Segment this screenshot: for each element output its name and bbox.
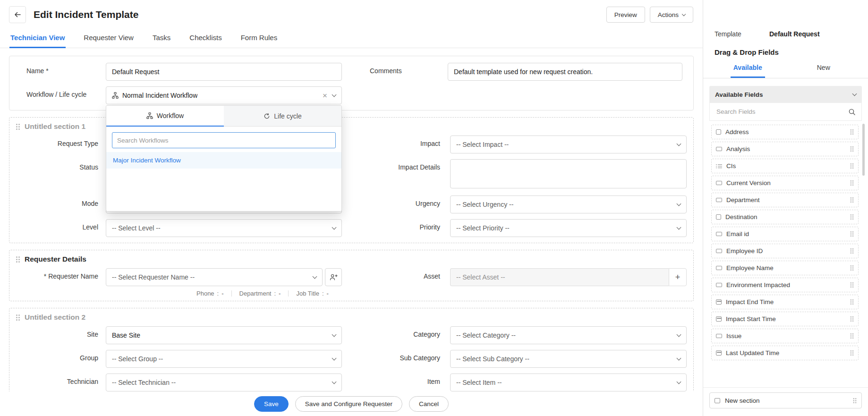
workflow-picker-panel: Workflow Life cycle Major Incident W bbox=[106, 105, 342, 212]
drag-handle-icon[interactable] bbox=[851, 180, 854, 186]
add-requester-button[interactable] bbox=[325, 268, 342, 286]
user-plus-icon bbox=[330, 273, 338, 281]
group-select[interactable]: -- Select Group -- bbox=[106, 350, 342, 368]
tab-checklists[interactable]: Checklists bbox=[188, 34, 222, 48]
actions-button[interactable]: Actions bbox=[650, 7, 693, 23]
drag-handle-icon[interactable] bbox=[851, 248, 854, 254]
technician-label: Technician bbox=[15, 374, 98, 391]
item-select[interactable]: -- Select Item -- bbox=[450, 374, 687, 391]
sub-category-select[interactable]: -- Select Sub Category -- bbox=[450, 350, 687, 368]
level-select[interactable]: -- Select Level -- bbox=[106, 219, 342, 237]
tab-workflow[interactable]: Workflow bbox=[106, 106, 224, 127]
comments-input[interactable] bbox=[448, 63, 682, 81]
textarea-icon bbox=[716, 214, 721, 220]
tab-tasks[interactable]: Tasks bbox=[152, 34, 171, 48]
group-label: Group bbox=[15, 350, 98, 368]
chevron-down-icon bbox=[677, 356, 681, 361]
requester-name-select[interactable]: -- Select Requester Name -- bbox=[106, 268, 323, 286]
category-select[interactable]: -- Select Category -- bbox=[450, 326, 687, 344]
workflow-option[interactable]: Major Incident Workflow bbox=[106, 152, 341, 169]
scrollbar-thumb[interactable] bbox=[862, 124, 865, 176]
field-item[interactable]: Issue bbox=[711, 329, 859, 343]
drag-handle-icon[interactable] bbox=[16, 256, 20, 263]
tab-technician-view[interactable]: Technician View bbox=[9, 34, 66, 48]
workflow-select[interactable]: Normal Incident Workflow × bbox=[106, 86, 342, 104]
drag-handle-icon[interactable] bbox=[853, 398, 857, 403]
drag-handle-icon[interactable] bbox=[851, 146, 854, 152]
drag-handle-icon[interactable] bbox=[851, 299, 854, 305]
cancel-button[interactable]: Cancel bbox=[409, 396, 449, 412]
field-item[interactable]: Address bbox=[711, 125, 859, 139]
right-sidebar: Template Default Request Drag & Drop Fie… bbox=[703, 0, 868, 416]
fields-search-input[interactable] bbox=[715, 108, 848, 116]
urgency-label: Urgency bbox=[346, 195, 440, 213]
drag-handle-icon[interactable] bbox=[851, 350, 854, 356]
field-item[interactable]: Impact Start Time bbox=[711, 312, 859, 326]
section-title: Untitled section 1 bbox=[25, 122, 85, 131]
urgency-select[interactable]: -- Select Urgency -- bbox=[450, 195, 687, 213]
drag-handle-icon[interactable] bbox=[16, 124, 20, 130]
drag-handle-icon[interactable] bbox=[851, 316, 854, 322]
available-fields-list: Address Analysis CIs Current Version Dep… bbox=[703, 121, 868, 387]
available-fields-header[interactable]: Available Fields bbox=[709, 86, 862, 103]
textfield-icon bbox=[716, 198, 722, 202]
drag-handle-icon[interactable] bbox=[851, 282, 854, 288]
field-item[interactable]: Last Updated Time bbox=[711, 346, 859, 360]
field-item[interactable]: Current Version bbox=[711, 176, 859, 190]
tab-requester-view[interactable]: Requester View bbox=[83, 34, 135, 48]
phone-label: Phone bbox=[196, 290, 214, 297]
site-select[interactable]: Base Site bbox=[106, 326, 342, 344]
tab-available[interactable]: Available bbox=[710, 64, 786, 78]
clear-icon[interactable]: × bbox=[321, 92, 329, 100]
preview-button[interactable]: Preview bbox=[606, 7, 645, 23]
field-item[interactable]: Department bbox=[711, 193, 859, 207]
field-item[interactable]: CIs bbox=[711, 159, 859, 173]
comments-label: Comments bbox=[370, 63, 448, 81]
chevron-down-icon bbox=[852, 92, 857, 96]
save-button[interactable]: Save bbox=[254, 396, 289, 412]
tab-life-cycle[interactable]: Life cycle bbox=[224, 106, 341, 127]
tab-new[interactable]: New bbox=[786, 64, 862, 78]
fields-search bbox=[709, 103, 862, 121]
field-item[interactable]: Employee Name bbox=[711, 261, 859, 275]
field-item[interactable]: Destination bbox=[711, 210, 859, 224]
drag-handle-icon[interactable] bbox=[851, 129, 854, 135]
field-item[interactable]: Analysis bbox=[711, 142, 859, 156]
impact-details-label: Impact Details bbox=[346, 159, 440, 190]
field-item[interactable]: Impact End Time bbox=[711, 295, 859, 309]
view-tabs: Technician ViewRequester ViewTasksCheckl… bbox=[0, 29, 703, 48]
add-asset-button[interactable]: + bbox=[669, 268, 687, 286]
textfield-icon bbox=[716, 334, 722, 338]
back-button[interactable] bbox=[9, 6, 26, 23]
asset-select[interactable]: -- Select Asset -- bbox=[450, 268, 669, 286]
requester-meta: Phone : - Department : - Job Title : - bbox=[196, 290, 342, 297]
technician-select[interactable]: -- Select Technician -- bbox=[106, 374, 342, 391]
field-item[interactable]: Email id bbox=[711, 227, 859, 241]
site-label: Site bbox=[15, 326, 98, 344]
drag-handle-icon[interactable] bbox=[851, 333, 854, 339]
form-footer: Save Save and Configure Requester Cancel bbox=[0, 391, 703, 416]
drag-handle-icon[interactable] bbox=[851, 163, 854, 169]
impact-select[interactable]: -- Select Impact -- bbox=[450, 136, 687, 153]
drag-handle-icon[interactable] bbox=[16, 314, 20, 321]
drag-handle-icon[interactable] bbox=[851, 214, 854, 220]
chevron-down-icon bbox=[677, 332, 681, 337]
page-header: Edit Incident Template Preview Actions bbox=[0, 0, 703, 29]
impact-details-textarea[interactable] bbox=[450, 159, 687, 188]
name-input[interactable] bbox=[106, 63, 342, 81]
textfield-icon bbox=[716, 266, 722, 270]
new-section-area: New section bbox=[703, 387, 868, 416]
save-and-configure-button[interactable]: Save and Configure Requester bbox=[295, 396, 402, 412]
drag-handle-icon[interactable] bbox=[851, 231, 854, 237]
section-title: Requester Details bbox=[25, 255, 86, 263]
workflow-icon bbox=[146, 112, 153, 119]
phone-value: - bbox=[221, 290, 223, 297]
tab-form-rules[interactable]: Form Rules bbox=[240, 34, 279, 48]
drag-handle-icon[interactable] bbox=[851, 197, 854, 203]
priority-select[interactable]: -- Select Priority -- bbox=[450, 219, 687, 237]
workflow-search-input[interactable] bbox=[112, 132, 336, 148]
field-item[interactable]: Employee ID bbox=[711, 244, 859, 258]
new-section-item[interactable]: New section bbox=[709, 392, 862, 408]
drag-handle-icon[interactable] bbox=[851, 265, 854, 271]
field-item[interactable]: Environment Impacted bbox=[711, 278, 859, 292]
